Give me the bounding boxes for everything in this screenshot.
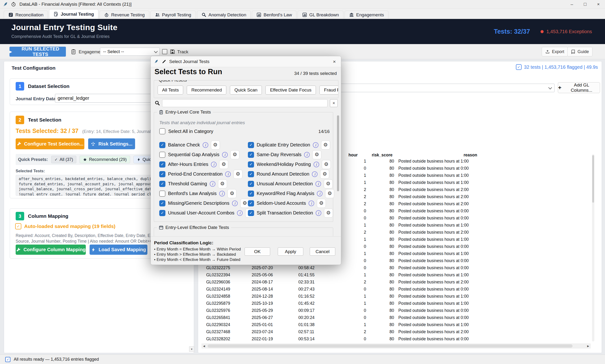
- test-checkbox[interactable]: ✓: [248, 161, 254, 168]
- gear-button[interactable]: ⚙: [322, 160, 331, 169]
- column-header-hour[interactable]: hour: [339, 152, 367, 158]
- table-horizontal-scrollbar[interactable]: ◀ ▶: [201, 343, 591, 349]
- search-clear-button[interactable]: ×: [330, 99, 338, 107]
- table-row[interactable]: GL023282022022-01-1900:53:14080Posted ou…: [201, 335, 591, 342]
- test-checkbox[interactable]: ✓: [159, 181, 165, 187]
- test-checkbox[interactable]: ✓: [248, 171, 254, 177]
- info-icon[interactable]: i: [304, 152, 310, 157]
- tab-gl-breakdown[interactable]: GL Breakdown: [298, 11, 343, 19]
- tab-benford-s-law[interactable]: Benford's Law: [252, 11, 296, 19]
- test-checkbox[interactable]: ✓: [159, 161, 165, 168]
- search-input[interactable]: [162, 99, 327, 107]
- gear-button[interactable]: ⚙: [228, 189, 236, 198]
- table-row[interactable]: GL022960362024-08-1702:33:31280Posted ou…: [201, 278, 591, 286]
- engagement-select[interactable]: -- Select --: [100, 48, 160, 56]
- guide-button[interactable]: Guide: [567, 47, 592, 56]
- gear-button[interactable]: ⚙: [317, 199, 326, 208]
- test-checkbox[interactable]: ✓: [248, 200, 254, 207]
- gear-button[interactable]: ⚙: [211, 141, 220, 150]
- table-row[interactable]: GL023259762025-05-2900:09:17080Posted ou…: [201, 307, 591, 314]
- test-checkbox[interactable]: [159, 152, 165, 158]
- tab-revenue-testing[interactable]: $Revenue Testing: [100, 11, 149, 19]
- test-checkbox[interactable]: ✓: [159, 210, 165, 216]
- configure-test-selection-button[interactable]: Configure Test Selection...: [16, 138, 84, 149]
- risk-settings-button[interactable]: Risk Settings...: [88, 138, 135, 149]
- test-checkbox[interactable]: ✓: [248, 191, 254, 197]
- table-row[interactable]: GL023274682023-07-2402:57:11280Posted ou…: [201, 328, 591, 335]
- gear-button[interactable]: ⚙: [320, 170, 329, 179]
- info-icon[interactable]: i: [313, 162, 319, 167]
- column-header-reason[interactable]: reason: [422, 152, 519, 158]
- preset-all-tests[interactable]: All Tests: [158, 86, 183, 94]
- info-icon[interactable]: i: [309, 200, 314, 206]
- tab-reconciliation[interactable]: Reconciliation: [4, 11, 48, 19]
- table-row[interactable]: GL023222752025-07-2000:58:42080Posted ou…: [201, 264, 591, 271]
- test-checkbox[interactable]: ✓: [248, 152, 254, 158]
- info-icon[interactable]: i: [237, 210, 243, 216]
- gear-button[interactable]: ⚙: [325, 189, 334, 198]
- gear-button[interactable]: ⚙: [230, 150, 239, 159]
- tab-journal-testing[interactable]: Journal Testing: [49, 9, 98, 19]
- tab-engagements[interactable]: Engagements: [345, 11, 388, 19]
- add-gl-columns-button[interactable]: + Add GL Columns...: [558, 82, 600, 93]
- maximize-button[interactable]: □: [579, 0, 592, 9]
- tab-anomaly-detection[interactable]: Anomaly Detection: [197, 11, 251, 19]
- info-icon[interactable]: i: [312, 171, 318, 177]
- track-checkbox[interactable]: [162, 49, 167, 54]
- test-checkbox[interactable]: ✓: [248, 142, 254, 148]
- preset-effective-date-focus[interactable]: Effective Date Focus: [265, 86, 316, 94]
- gear-button[interactable]: ⚙: [219, 160, 228, 169]
- info-icon[interactable]: i: [222, 152, 228, 157]
- table-row[interactable]: GL022903242025-01-0101:01:38180Posted ou…: [201, 321, 591, 328]
- preset-chip[interactable]: ✓All (37): [51, 156, 76, 163]
- close-button[interactable]: ×: [592, 0, 605, 9]
- test-checkbox[interactable]: ✓: [159, 200, 165, 207]
- scroll-left-icon[interactable]: ◀: [201, 343, 207, 349]
- table-row[interactable]: GL022958792025-10-1901:45:42180Posted ou…: [201, 300, 591, 307]
- table-row[interactable]: GL022658412025-06-2700:20:24080Posted ou…: [201, 314, 591, 321]
- panel-scroll-down-button[interactable]: ▼: [189, 347, 194, 352]
- table-vertical-scrollbar[interactable]: [592, 154, 594, 341]
- test-checkbox[interactable]: ✓: [159, 171, 165, 177]
- gear-button[interactable]: ⚙: [218, 179, 227, 188]
- info-icon[interactable]: i: [315, 181, 321, 187]
- run-selected-tests-button[interactable]: ▶ RUN SELECTED TESTS: [10, 47, 66, 57]
- gear-button[interactable]: ⚙: [321, 141, 330, 150]
- info-icon[interactable]: i: [219, 191, 225, 196]
- apply-button[interactable]: Apply: [278, 247, 303, 256]
- preset-recommended[interactable]: Recommended: [187, 86, 226, 94]
- column-header-risk_score[interactable]: risk_score: [367, 152, 397, 158]
- info-icon[interactable]: i: [225, 171, 231, 177]
- preset-quick-scan[interactable]: Quick Scan: [230, 86, 262, 94]
- test-checkbox[interactable]: [159, 191, 165, 197]
- gear-button[interactable]: ⚙: [312, 150, 321, 159]
- cancel-button[interactable]: Cancel: [310, 247, 335, 256]
- scroll-right-icon[interactable]: ▶: [586, 343, 591, 349]
- test-checkbox[interactable]: ✓: [248, 181, 254, 187]
- info-icon[interactable]: i: [203, 142, 208, 148]
- info-icon[interactable]: i: [232, 200, 238, 206]
- dialog-scrollbar[interactable]: [337, 116, 339, 191]
- load-saved-mapping-button[interactable]: Load Saved Mapping: [90, 245, 147, 255]
- select-all-checkbox[interactable]: [159, 128, 165, 134]
- info-icon[interactable]: i: [210, 181, 215, 187]
- gear-button[interactable]: ⚙: [233, 170, 243, 179]
- gear-button[interactable]: ⚙: [324, 179, 333, 188]
- table-row[interactable]: GL023248582024-12-2801:16:52180Posted ou…: [201, 293, 591, 300]
- dialog-close-button[interactable]: ×: [329, 58, 340, 66]
- gear-button[interactable]: ⚙: [324, 208, 333, 218]
- info-icon[interactable]: i: [317, 191, 322, 196]
- scrollbar-thumb[interactable]: [207, 344, 573, 348]
- test-checkbox[interactable]: ✓: [159, 142, 165, 148]
- export-button[interactable]: Export: [542, 47, 568, 56]
- info-icon[interactable]: i: [211, 162, 217, 167]
- preset-fraud-risk-focus[interactable]: Fraud Risk Focus: [320, 86, 338, 94]
- ok-button[interactable]: OK: [245, 247, 270, 256]
- info-icon[interactable]: i: [313, 142, 319, 148]
- preset-chip[interactable]: Recommended (29): [80, 156, 130, 163]
- table-row[interactable]: GL023241492025-08-1400:27:43080Posted ou…: [201, 286, 591, 293]
- configure-column-mapping-button[interactable]: Configure Column Mapping: [16, 245, 86, 255]
- tab-payroll-testing[interactable]: Payroll Testing: [151, 11, 196, 19]
- info-icon[interactable]: i: [316, 210, 321, 216]
- test-checkbox[interactable]: ✓: [248, 210, 254, 216]
